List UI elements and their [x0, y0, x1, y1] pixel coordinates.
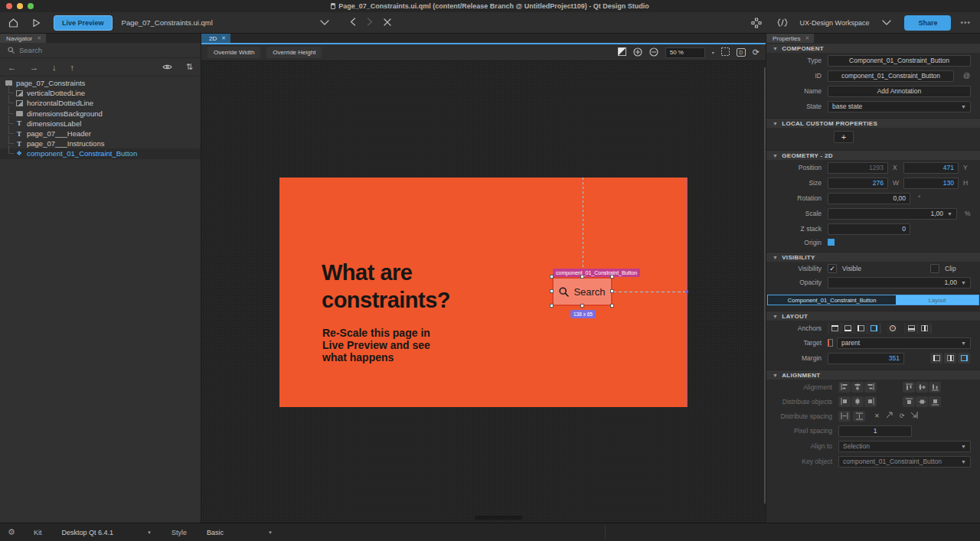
share-button[interactable]: Share [904, 15, 951, 31]
canvas-vertical-scrollbar[interactable] [764, 67, 766, 504]
page-header-text[interactable]: What are constraints? [322, 259, 513, 314]
rotation-field[interactable]: 0,00 [828, 193, 910, 204]
go-forward-icon[interactable] [367, 18, 373, 28]
size-height-field[interactable]: 130 [903, 178, 959, 189]
no-spacing-icon[interactable]: ✕ [874, 412, 880, 419]
distribute-right-icon[interactable] [864, 396, 877, 407]
tree-item-dimensions-background[interactable]: dimensionsBackground [0, 109, 201, 119]
contrast-toggle-icon[interactable] [618, 47, 626, 57]
anchor-left-icon[interactable] [854, 323, 867, 334]
layout-properties-tab[interactable]: Layout [896, 295, 978, 305]
rotate-distribute-icon[interactable]: ⟳ [900, 412, 905, 419]
code-view-icon[interactable] [774, 15, 791, 31]
tree-item-header[interactable]: T page_07___Header [0, 129, 201, 139]
distribute-bottom-icon[interactable] [929, 396, 941, 407]
align-to-dropdown[interactable]: Selection▼ [838, 441, 971, 452]
id-field[interactable]: component_01_Constraint_Button [828, 70, 954, 82]
visible-checkbox[interactable]: ✓ [828, 264, 837, 273]
gear-icon[interactable]: ⚙ [8, 527, 15, 537]
distribute-left-icon[interactable] [838, 396, 851, 407]
anchor-bottom-icon[interactable] [841, 323, 854, 334]
close-document-icon[interactable] [384, 18, 391, 28]
tree-item-vertical-dotted-line[interactable]: verticalDottedLine [0, 88, 201, 98]
design-canvas[interactable]: What are constraints? Re-Scale this page… [201, 61, 766, 523]
resize-handle-bottom-left[interactable] [550, 304, 554, 308]
clip-checkbox[interactable] [930, 264, 939, 273]
position-y-field[interactable]: 471 [903, 162, 959, 174]
component-section-header[interactable]: ▼ COMPONENT [766, 43, 980, 53]
origin-selector[interactable] [828, 239, 835, 246]
resize-handle-bottom-right[interactable] [610, 304, 614, 308]
tree-item-horizontal-dotted-line[interactable]: horizontalDottedLine [0, 98, 201, 108]
margin-left-icon[interactable] [930, 353, 942, 363]
override-width-button[interactable]: Override Width [207, 47, 260, 58]
close-2d-view-icon[interactable]: ✕ [221, 35, 226, 41]
margin-right-icon[interactable] [958, 353, 970, 363]
layout-section-header[interactable]: ▼ LAYOUT [766, 311, 980, 321]
anchor-horizontal-center-icon[interactable] [918, 323, 930, 334]
key-object-dropdown[interactable]: component_01_Constraint_Button▼ [838, 456, 971, 468]
resize-handle-top-left[interactable] [550, 275, 554, 279]
alignment-section-header[interactable]: ▼ ALIGNMENT [766, 370, 980, 380]
resize-handle-left[interactable] [550, 289, 554, 293]
component-instances-icon[interactable] [748, 15, 765, 31]
zoom-out-icon[interactable] [649, 47, 658, 58]
align-center-vertical-icon[interactable] [916, 382, 928, 393]
live-preview-button[interactable]: Live Preview [54, 15, 113, 31]
tree-item-page[interactable]: page_07_Constraints [0, 78, 201, 88]
zoom-dropdown-chevron-icon[interactable]: ▾ [712, 50, 714, 55]
distribute-center-horizontal-icon[interactable] [851, 396, 864, 407]
anchor-vertical-center-icon[interactable] [905, 323, 917, 334]
size-width-field[interactable]: 276 [828, 178, 888, 189]
style-chevron-icon[interactable]: ▼ [268, 530, 273, 535]
anchor-fill-icon[interactable] [887, 323, 899, 334]
navigator-tab[interactable]: Navigator✕ [0, 34, 46, 43]
add-custom-property-button[interactable]: + [834, 131, 854, 143]
reset-view-icon[interactable]: ⟳ [753, 47, 760, 57]
visibility-section-header[interactable]: ▼ VISIBILITY [766, 252, 980, 262]
more-menu-icon[interactable]: ••• [960, 18, 971, 27]
move-right-icon[interactable]: → [30, 63, 38, 72]
2d-view-tab[interactable]: 2D✕ [201, 34, 230, 43]
custom-properties-section-header[interactable]: ▼ LOCAL CUSTOM PROPERTIES [766, 118, 980, 128]
override-height-button[interactable]: Override Height [266, 47, 322, 58]
zoom-level-input[interactable]: 50 % [665, 47, 705, 58]
sort-order-icon[interactable]: ⇅ [186, 62, 193, 72]
move-up-icon[interactable]: ↑ [70, 63, 75, 72]
corner-distribute-icon[interactable] [910, 412, 918, 420]
distribute-top-icon[interactable] [903, 396, 915, 407]
margin-center-icon[interactable] [944, 353, 956, 363]
close-panel-icon[interactable]: ✕ [37, 35, 41, 41]
resize-handle-bottom[interactable] [580, 304, 584, 308]
scale-field[interactable]: 1,00▼ [828, 208, 957, 220]
spacing-vertical-icon[interactable] [853, 411, 865, 422]
position-x-field[interactable]: 1293 [828, 162, 888, 174]
move-down-icon[interactable]: ↓ [52, 63, 57, 72]
fit-selection-icon[interactable] [721, 47, 730, 57]
align-bottom-icon[interactable] [929, 382, 941, 393]
align-center-horizontal-icon[interactable] [851, 382, 864, 393]
visibility-eye-icon[interactable] [162, 63, 172, 72]
type-field[interactable]: Component_01_Constraint_Button [828, 55, 971, 67]
move-left-icon[interactable]: ← [8, 63, 16, 72]
properties-tab[interactable]: Properties✕ [766, 34, 814, 43]
document-dropdown-chevron-icon[interactable] [316, 15, 333, 31]
align-top-icon[interactable] [903, 382, 915, 393]
align-right-icon[interactable] [864, 382, 877, 393]
navigator-search-input[interactable]: Search [0, 43, 201, 58]
zoom-in-icon[interactable] [633, 47, 642, 58]
home-icon[interactable] [5, 15, 21, 31]
workspace-selector[interactable]: UX-Design Workspace [800, 19, 870, 27]
tree-item-instructions[interactable]: T page_07___Instructions [0, 139, 201, 148]
resize-handle-top[interactable] [580, 275, 584, 279]
anchor-top-icon[interactable] [828, 323, 841, 334]
tree-item-constraint-button[interactable]: ❖ component_01_Constraint_Button [0, 148, 201, 158]
export-property-icon[interactable]: @ [963, 72, 971, 80]
search-button-component[interactable]: Search [552, 277, 612, 306]
pixel-spacing-field[interactable]: 1 [838, 425, 912, 437]
target-dropdown[interactable]: parent▼ [837, 337, 971, 349]
component-properties-tab[interactable]: Component_01_Constraint_Button [768, 295, 896, 305]
page-artboard[interactable]: What are constraints? Re-Scale this page… [279, 178, 688, 407]
kit-selector[interactable]: Desktop Qt 6.4.1 [61, 529, 113, 536]
spacing-horizontal-icon[interactable] [838, 411, 851, 422]
